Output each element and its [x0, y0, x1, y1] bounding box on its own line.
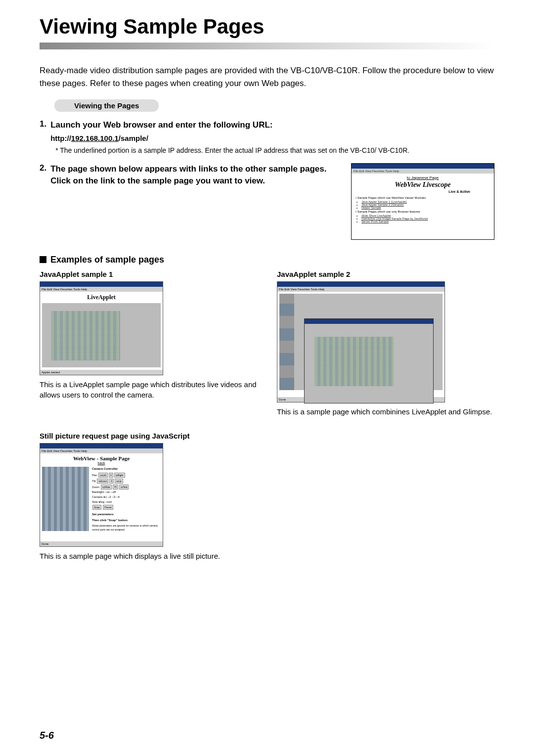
link-item: Helper Sample: [361, 206, 490, 209]
step-1: 1. Launch your Web browser and enter the…: [40, 119, 494, 156]
sample3-back-link: back: [42, 461, 161, 465]
sample3-note: (Note) parameters are ignored for camera…: [92, 524, 161, 532]
step-1-title: Launch your Web browser and enter the fo…: [50, 119, 494, 131]
instr2: Then click "Snap" button.: [92, 518, 161, 523]
sample3-status: Done: [40, 541, 163, 546]
step-2: 2. The page shown below appears with lin…: [40, 163, 494, 240]
sample2-title: JavaApplet sample 2: [277, 270, 494, 278]
sample1-window-title: [40, 282, 163, 287]
sample3-title: Still picture request page using JavaScr…: [40, 432, 494, 440]
step-1-note: * The underlined portion is a sample IP …: [55, 145, 494, 156]
sample3-screenshot: File Edit View Favorites Tools Help WebV…: [40, 443, 163, 547]
url-prefix: http://: [50, 134, 71, 142]
url-suffix: /sample/: [119, 134, 148, 142]
step-2-number: 2.: [40, 163, 46, 240]
sample2-screenshot: File Edit View Favorites Tools Help Done: [277, 281, 445, 402]
sample3-menubar: File Edit View Favorites Tools Help: [40, 448, 163, 453]
step-1-url: http://192.168.100.1/sample/: [50, 134, 494, 142]
sample3-caption: This is a sample page which displays a l…: [40, 551, 494, 561]
sample1-heading: LiveApplet: [42, 294, 161, 301]
sample1-title: JavaApplet sample 1: [40, 270, 257, 278]
webview-logo-sub: Live & Active: [356, 190, 490, 193]
sample2-popup: [304, 318, 434, 403]
step-2-title: The page shown below appears with links …: [50, 163, 341, 187]
sample3-window-title: [40, 444, 163, 448]
square-bullet-icon: [40, 256, 46, 263]
page-title: Viewing Sample Pages: [40, 15, 494, 39]
sample1-menubar: File Edit View Favorites Tools Help: [40, 287, 163, 292]
jp-link: to Japanese Page: [356, 176, 490, 180]
sample3-still-image: [42, 467, 89, 531]
instr1: Set parameters.: [92, 512, 161, 517]
title-divider: [40, 43, 494, 49]
sample2-video-area: [314, 337, 394, 386]
sample2-window-title: [277, 282, 445, 287]
browser-screenshot-main: File Edit View Favorites Tools Help to J…: [351, 163, 494, 240]
sample1-status: Applet started: [40, 370, 163, 375]
intro-paragraph: Ready-made video distribution sample pag…: [40, 64, 494, 89]
sample2-menubar: File Edit View Favorites Tools Help: [277, 287, 445, 292]
sample2-popup-title: [305, 319, 433, 324]
link-group-1-title: • Sample Pages which use WebView Viewer …: [356, 196, 490, 199]
examples-heading: Examples of sample pages: [40, 255, 494, 265]
webview-logo: WebView Livescope: [356, 181, 490, 189]
examples-heading-text: Examples of sample pages: [50, 255, 164, 265]
sample1-caption: This is a LiveApplet sample page which d…: [40, 379, 257, 400]
step-1-number: 1.: [40, 119, 46, 156]
sample2-caption: This is a sample page which combinines L…: [277, 406, 494, 417]
sample3-heading: WebView - Sample Page: [42, 455, 161, 461]
url-ip: 192.168.100.1: [71, 134, 119, 142]
browser-menu-bar: File Edit View Favorites Tools Help: [352, 169, 494, 174]
browser-content: to Japanese Page WebView Livescope Live …: [352, 174, 494, 239]
subheading-pill: Viewing the Pages: [54, 99, 159, 112]
sample1-screenshot: File Edit View Favorites Tools Help Live…: [40, 281, 163, 375]
sample3-controls: Camera Controller Pan toLeft0toRight Til…: [92, 467, 161, 532]
sample1-video-area: [51, 311, 120, 360]
link-group-2-title: • Sample Pages which use only Browser fe…: [356, 210, 490, 213]
browser-title-bar: [352, 164, 494, 169]
sample2-thumbnails: [279, 294, 294, 390]
controls-title: Camera Controller: [92, 467, 161, 472]
page-number: 5-6: [40, 730, 54, 741]
link-item: Server Push Sample: [361, 220, 490, 223]
